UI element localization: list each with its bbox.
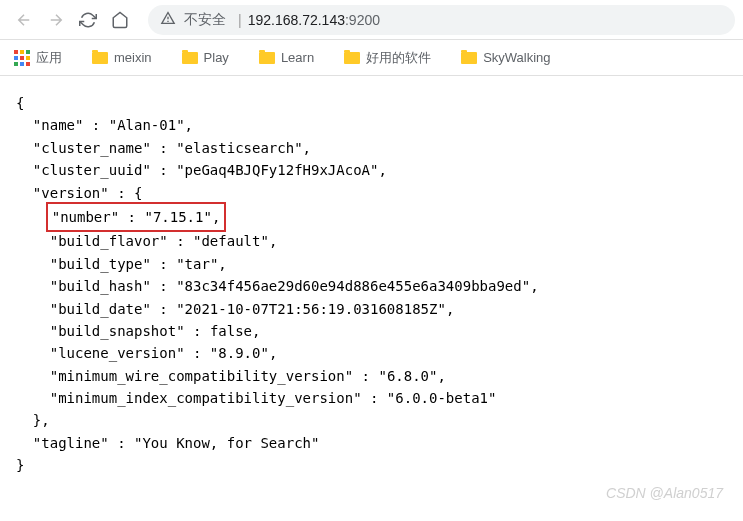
watermark: CSDN @Alan0517	[606, 485, 723, 501]
apps-icon	[14, 50, 30, 66]
json-version-number: 7.15.1	[153, 209, 204, 225]
folder-icon	[461, 52, 477, 64]
security-label: 不安全	[184, 11, 226, 29]
bookmark-learn[interactable]: Learn	[253, 46, 320, 69]
home-button[interactable]	[104, 4, 136, 36]
json-build-type: tar	[185, 256, 210, 272]
json-cluster-name: elasticsearch	[185, 140, 295, 156]
bookmark-skywalking[interactable]: SkyWalking	[455, 46, 556, 69]
json-name: Alan-01	[117, 117, 176, 133]
json-tagline: You Know, for Search	[142, 435, 311, 451]
folder-icon	[344, 52, 360, 64]
bookmark-label: Learn	[281, 50, 314, 65]
folder-icon	[92, 52, 108, 64]
bookmark-label: 好用的软件	[366, 49, 431, 67]
json-min-wire-compat: 6.8.0	[387, 368, 429, 384]
json-cluster-uuid: peGaq4BJQFy12fH9xJAcoA	[185, 162, 370, 178]
bookmark-label: meixin	[114, 50, 152, 65]
reload-button[interactable]	[72, 4, 104, 36]
address-bar[interactable]: 不安全 | 192.168.72.143:9200	[148, 5, 735, 35]
bookmark-label: Play	[204, 50, 229, 65]
bookmarks-bar: 应用 meixin Play Learn 好用的软件 SkyWalking	[0, 40, 743, 76]
bookmark-label: SkyWalking	[483, 50, 550, 65]
warning-icon	[160, 10, 176, 29]
json-build-flavor: default	[201, 233, 260, 249]
forward-button[interactable]	[40, 4, 72, 36]
url-port: :9200	[345, 12, 380, 28]
version-number-highlight: "number" : "7.15.1",	[46, 202, 227, 232]
json-build-snapshot: false	[210, 323, 252, 339]
page-content: { "name" : "Alan-01", "cluster_name" : "…	[0, 76, 743, 493]
json-build-hash: 83c34f456ae29d60e94d886e455e6a3409bba9ed	[185, 278, 522, 294]
json-build-date: 2021-10-07T21:56:19.031608185Z	[185, 301, 438, 317]
json-min-index-compat: 6.0.0-beta1	[395, 390, 488, 406]
bookmark-software[interactable]: 好用的软件	[338, 45, 437, 71]
folder-icon	[259, 52, 275, 64]
json-lucene-version: 8.9.0	[218, 345, 260, 361]
bookmark-meixin[interactable]: meixin	[86, 46, 158, 69]
url-host: 192.168.72.143	[248, 12, 345, 28]
divider: |	[238, 12, 242, 28]
bookmark-play[interactable]: Play	[176, 46, 235, 69]
back-button[interactable]	[8, 4, 40, 36]
browser-toolbar: 不安全 | 192.168.72.143:9200	[0, 0, 743, 40]
apps-label: 应用	[36, 49, 62, 67]
folder-icon	[182, 52, 198, 64]
apps-button[interactable]: 应用	[8, 45, 68, 71]
